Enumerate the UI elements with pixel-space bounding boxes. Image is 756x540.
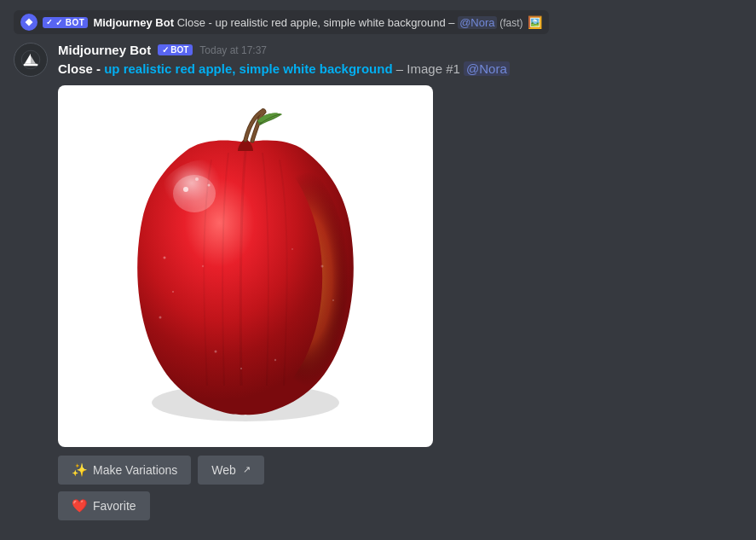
notification-bot-name: Midjourney Bot <box>93 16 174 29</box>
svg-point-15 <box>215 350 217 352</box>
message-highlight: up realistic red apple, simple white bac… <box>104 61 392 76</box>
web-label: Web <box>211 463 236 477</box>
message-content: Midjourney Bot ✓ BOT Today at 17:37 Clos… <box>58 43 742 520</box>
heart-icon: ❤️ <box>72 498 88 514</box>
external-link-icon: ↗ <box>243 464 251 475</box>
svg-point-13 <box>321 264 324 267</box>
message-text: Close - up realistic red apple, simple w… <box>58 61 742 78</box>
svg-point-18 <box>202 264 204 266</box>
checkmark-icon: ✓ <box>46 18 53 26</box>
message-image-num: Image #1 <box>407 61 460 76</box>
svg-point-11 <box>172 291 174 293</box>
svg-point-14 <box>332 299 334 301</box>
web-button[interactable]: Web ↗ <box>198 456 264 485</box>
svg-point-7 <box>183 187 188 192</box>
svg-point-19 <box>291 248 293 250</box>
primary-button-row: ✨ Make Variations Web ↗ <box>58 456 742 485</box>
generated-apple-image <box>71 96 420 437</box>
notification-speed: (fast) <box>499 17 522 29</box>
message-timestamp: Today at 17:37 <box>199 44 267 56</box>
notification-bar: ✓ ✓ BOT Midjourney Bot Close - up realis… <box>14 10 549 34</box>
message-bold: Close - <box>58 61 104 76</box>
svg-point-10 <box>164 256 166 258</box>
message-header: Midjourney Bot ✓ BOT Today at 17:37 <box>58 43 742 57</box>
checkmark-badge-icon: ✓ <box>162 45 169 55</box>
favorite-label: Favorite <box>93 499 136 513</box>
make-variations-button[interactable]: ✨ Make Variations <box>58 456 191 485</box>
secondary-button-row: ❤️ Favorite <box>58 491 742 520</box>
notification-text: Midjourney Bot Close - up realistic red … <box>93 16 522 29</box>
svg-point-12 <box>159 316 162 318</box>
message-body: Midjourney Bot ✓ BOT Today at 17:37 Clos… <box>14 43 742 520</box>
svg-point-8 <box>195 177 199 181</box>
sparkles-icon: ✨ <box>72 462 88 478</box>
bot-avatar-small <box>20 14 38 31</box>
favorite-button[interactable]: ❤️ Favorite <box>58 491 150 520</box>
svg-point-16 <box>274 358 276 360</box>
message-mention: @Nora <box>464 61 510 76</box>
bot-badge-notification: ✓ ✓ BOT <box>43 17 88 28</box>
message-sep: – <box>393 61 407 76</box>
notification-mention: @Nora <box>458 16 496 29</box>
make-variations-label: Make Variations <box>93 463 177 477</box>
notification-separator: – <box>448 16 458 29</box>
bot-badge: ✓ BOT <box>158 44 193 55</box>
author-name: Midjourney Bot <box>58 43 151 57</box>
action-buttons: ✨ Make Variations Web ↗ ❤️ Favorite <box>58 456 742 520</box>
svg-point-6 <box>173 175 216 212</box>
svg-point-17 <box>240 368 242 369</box>
bot-avatar <box>14 43 48 77</box>
image-icon: 🖼️ <box>528 15 542 29</box>
svg-rect-3 <box>24 64 38 66</box>
generated-image-wrapper[interactable] <box>58 85 433 447</box>
notification-prompt: Close - up realistic red apple, simple w… <box>177 16 446 29</box>
